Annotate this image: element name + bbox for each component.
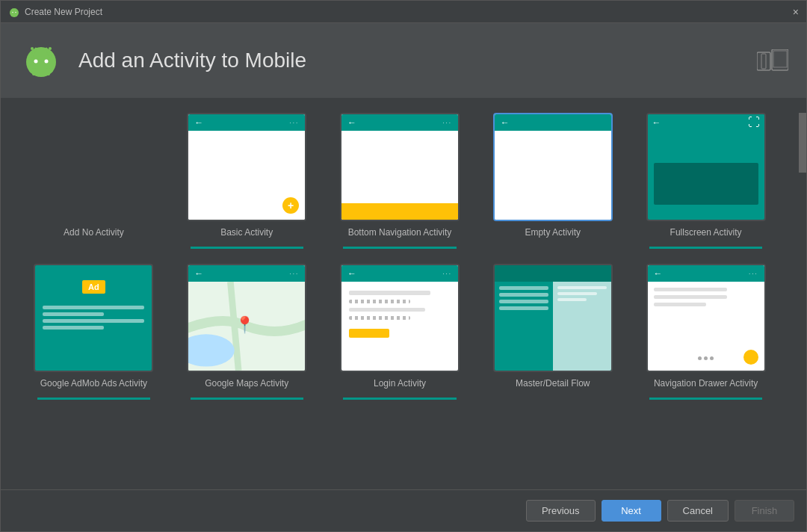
navdrawer-underline bbox=[649, 398, 762, 400]
maps-activity-item[interactable]: ← ··· bbox=[176, 264, 318, 400]
svg-rect-11 bbox=[46, 68, 50, 75]
header-title: Add an Activity to Mobile bbox=[78, 49, 306, 72]
phone-tablet-icon bbox=[757, 49, 788, 72]
bottom-nav-activity-item[interactable]: ← ··· Bottom Navigation Activity bbox=[330, 113, 471, 249]
next-button[interactable]: Next bbox=[602, 500, 661, 522]
login-label: Login Activity bbox=[374, 378, 426, 389]
svg-point-17 bbox=[49, 47, 52, 50]
master-thumb bbox=[493, 264, 613, 372]
fullscreen-underline bbox=[649, 247, 762, 249]
titlebar-title: Create New Project bbox=[25, 7, 102, 17]
bottom-nav-underline bbox=[343, 247, 456, 249]
login-underline bbox=[343, 398, 456, 400]
maps-underline bbox=[191, 398, 303, 400]
dialog: Create New Project × Add an Activity to … bbox=[0, 0, 807, 532]
maps-label: Google Maps Activity bbox=[205, 378, 288, 389]
fullscreen-thumb: ← ⛶ bbox=[646, 113, 766, 221]
no-activity-thumb bbox=[34, 113, 153, 221]
svg-rect-10 bbox=[32, 68, 36, 75]
finish-button: Finish bbox=[735, 500, 794, 522]
no-activity-item[interactable]: Add No Activity bbox=[23, 113, 164, 238]
previous-button[interactable]: Previous bbox=[526, 500, 596, 522]
basic-underline bbox=[191, 247, 303, 249]
no-activity-label: Add No Activity bbox=[64, 227, 124, 238]
empty-activity-item[interactable]: ← Empty Activity bbox=[482, 113, 623, 238]
fullscreen-label: Fullscreen Activity bbox=[670, 227, 742, 238]
svg-point-5 bbox=[15, 11, 16, 12]
close-button[interactable]: × bbox=[793, 7, 799, 17]
basic-activity-item[interactable]: ← ··· + Basic Activity bbox=[176, 113, 318, 249]
bottom-nav-thumb: ← ··· bbox=[340, 113, 460, 221]
basic-activity-thumb: ← ··· + bbox=[187, 113, 306, 221]
scrollbar[interactable] bbox=[799, 98, 806, 489]
header-icons bbox=[757, 49, 788, 72]
android-logo bbox=[19, 38, 64, 83]
activity-grid: Add No Activity ← ··· + bbox=[23, 113, 776, 400]
titlebar: Create New Project × bbox=[1, 1, 806, 23]
svg-rect-21 bbox=[773, 51, 787, 67]
master-label: Master/Detail Flow bbox=[516, 378, 590, 389]
svg-text:📍: 📍 bbox=[235, 315, 255, 335]
navdrawer-thumb: ← ··· bbox=[646, 264, 766, 372]
svg-point-16 bbox=[31, 47, 34, 50]
header: Add an Activity to Mobile bbox=[1, 23, 806, 98]
content: Add No Activity ← ··· + bbox=[1, 98, 806, 489]
admob-activity-item[interactable]: Ad Google AdMob Ads Activity bbox=[23, 264, 164, 400]
navdrawer-activity-item[interactable]: ← ··· bbox=[635, 264, 776, 400]
android-icon bbox=[8, 6, 20, 18]
footer: Previous Next Cancel Finish bbox=[1, 489, 806, 531]
activity-grid-scroll[interactable]: Add No Activity ← ··· + bbox=[1, 98, 799, 489]
svg-rect-18 bbox=[757, 52, 770, 70]
login-thumb: ← ··· bbox=[340, 264, 460, 372]
svg-rect-3 bbox=[16, 14, 17, 16]
svg-point-12 bbox=[34, 60, 38, 64]
scrollbar-thumb[interactable] bbox=[799, 113, 806, 173]
fullscreen-activity-item[interactable]: ← ⛶ Fullscreen Activity bbox=[635, 113, 776, 249]
svg-rect-2 bbox=[12, 14, 13, 16]
svg-rect-19 bbox=[761, 54, 766, 69]
empty-activity-label: Empty Activity bbox=[525, 227, 581, 238]
empty-activity-thumb: ← bbox=[493, 113, 613, 221]
admob-underline bbox=[37, 398, 150, 400]
cancel-button[interactable]: Cancel bbox=[667, 500, 729, 522]
login-activity-item[interactable]: ← ··· Login Activity bbox=[330, 264, 471, 400]
admob-thumb: Ad bbox=[34, 264, 153, 372]
navdrawer-label: Navigation Drawer Activity bbox=[654, 378, 758, 389]
maps-thumb: ← ··· bbox=[187, 264, 306, 372]
titlebar-left: Create New Project bbox=[8, 6, 102, 18]
basic-activity-label: Basic Activity bbox=[220, 227, 273, 238]
master-detail-item[interactable]: Master/Detail Flow bbox=[482, 264, 623, 389]
svg-point-4 bbox=[12, 11, 13, 12]
ad-badge: Ad bbox=[82, 280, 105, 294]
admob-label: Google AdMob Ads Activity bbox=[40, 378, 147, 389]
svg-point-13 bbox=[45, 60, 49, 64]
bottom-nav-label: Bottom Navigation Activity bbox=[348, 227, 452, 238]
